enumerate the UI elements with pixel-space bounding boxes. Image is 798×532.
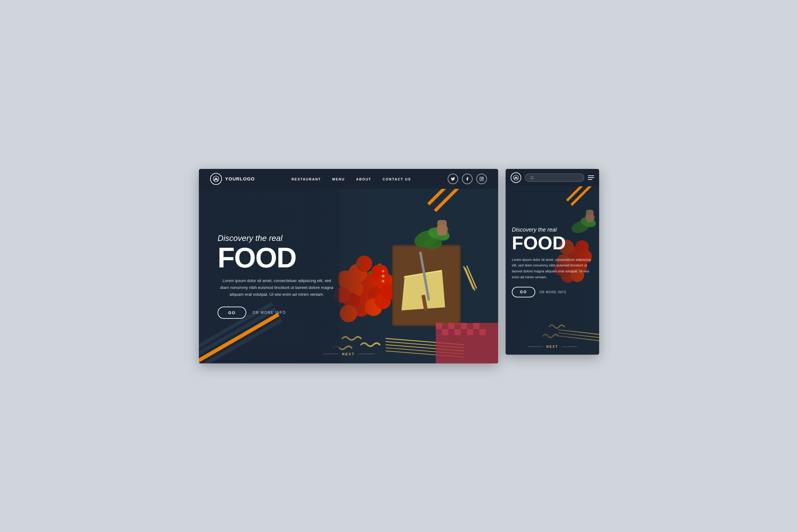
mobile-next-indicator: NEXT xyxy=(528,345,577,348)
logo-text: YOURLOGO xyxy=(225,176,255,182)
more-info-text: OR MORE INFO xyxy=(252,310,286,315)
nav-item-contact[interactable]: CONTACT US xyxy=(382,176,411,182)
mockup-container: YOURLOGO RESTAURANT MENU ABOUT CONTACT U… xyxy=(199,169,599,363)
hamburger-line-2 xyxy=(588,177,594,178)
mobile-next-line-left xyxy=(528,346,543,347)
go-button[interactable]: GO xyxy=(217,307,246,319)
hero-title: FOOD xyxy=(217,243,336,271)
logo-icon xyxy=(210,173,222,185)
nav-links: RESTAURANT MENU ABOUT CONTACT US xyxy=(291,176,411,182)
next-label: NEXT xyxy=(342,352,355,356)
mobile-search-bar[interactable] xyxy=(525,174,584,182)
dots-decoration xyxy=(382,270,384,282)
nav-item-restaurant[interactable]: RESTAURANT xyxy=(291,176,321,182)
desktop-nav: YOURLOGO RESTAURANT MENU ABOUT CONTACT U… xyxy=(199,169,498,189)
hamburger-line-3 xyxy=(588,179,592,180)
mobile-mockup: Discovery the real FOOD Lorem ipsum dolo… xyxy=(506,169,599,355)
hamburger-line-1 xyxy=(588,175,594,176)
svg-line-63 xyxy=(533,178,533,179)
hero-content: Discovery the real FOOD Lorem ipsum dolo… xyxy=(217,233,336,319)
desktop-mockup: YOURLOGO RESTAURANT MENU ABOUT CONTACT U… xyxy=(199,169,498,363)
mobile-hero-subtitle: Discovery the real xyxy=(512,227,593,233)
dot-3 xyxy=(382,280,384,282)
social-icons xyxy=(448,174,487,184)
instagram-icon[interactable] xyxy=(476,174,487,184)
hero-body: Lorem ipsum dolor sit amet, consectetuer… xyxy=(217,277,336,298)
svg-point-2 xyxy=(481,178,482,179)
mobile-hero-content: Discovery the real FOOD Lorem ipsum dolo… xyxy=(512,227,593,298)
mobile-next-label: NEXT xyxy=(547,345,558,348)
mobile-hero-title: FOOD xyxy=(512,234,593,252)
mobile-go-button[interactable]: GO xyxy=(512,287,535,297)
twitter-icon[interactable] xyxy=(448,174,458,184)
mobile-hero-actions: GO OR MORE INFO xyxy=(512,287,593,297)
hero-subtitle: Discovery the real xyxy=(217,233,336,243)
hero-actions: GO OR MORE INFO xyxy=(217,307,336,319)
nav-item-menu[interactable]: MENU xyxy=(332,176,345,182)
dot-1 xyxy=(382,270,384,272)
mobile-hero: Discovery the real FOOD Lorem ipsum dolo… xyxy=(506,186,599,355)
mobile-next-line-right xyxy=(562,346,577,347)
svg-rect-1 xyxy=(480,177,483,181)
mobile-more-info: OR MORE INFO xyxy=(539,290,566,294)
mobile-hero-body: Lorem ipsum dolor sit amet, consectetuer… xyxy=(512,257,593,280)
dot-2 xyxy=(382,275,384,278)
mobile-logo-icon xyxy=(511,172,521,183)
hamburger-menu[interactable] xyxy=(588,175,594,180)
desktop-hero: Discovery the real FOOD Lorem ipsum dolo… xyxy=(199,189,498,363)
nav-item-about[interactable]: ABOUT xyxy=(356,176,371,182)
mobile-nav xyxy=(506,169,599,186)
facebook-icon[interactable] xyxy=(462,174,473,184)
svg-point-62 xyxy=(531,176,533,178)
next-indicator: NEXT xyxy=(323,352,374,356)
logo-area: YOURLOGO xyxy=(210,173,255,185)
svg-point-3 xyxy=(482,178,483,178)
